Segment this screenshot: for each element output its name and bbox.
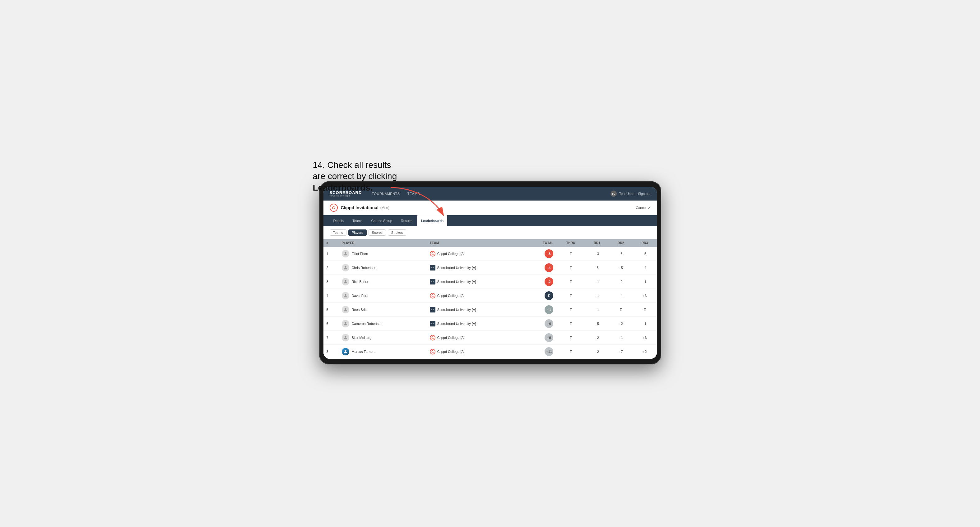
total-badge: +9 [544,333,553,342]
rank-cell: 3 [323,275,339,289]
player-avatar [342,250,349,257]
rd3-cell: -4 [633,261,657,275]
tournament-title: Clippd Invitational [341,205,379,210]
team-logo-clippd: C [430,349,436,354]
instruction-line1: 14. Check all results [313,160,391,170]
rd1-cell: +3 [585,247,609,261]
player-cell: Blair McHarg [339,331,427,345]
col-rd3: RD3 [633,239,657,247]
rd3-cell: +6 [633,331,657,345]
team-logo-scoreboard: SB [430,265,436,270]
player-avatar [342,292,349,299]
total-badge: +6 [544,319,553,328]
player-name: Chris Robertson [352,266,376,270]
col-team: TEAM [427,239,525,247]
logo-sub: Powered by clippd [330,195,362,197]
player-name: Marcus Turners [352,350,375,354]
cancel-button[interactable]: Cancel ✕ [636,206,650,210]
team-logo-clippd: C [430,335,436,340]
player-name: David Ford [352,294,369,298]
total-cell: +11 [525,345,557,359]
tab-teams[interactable]: Teams [348,215,366,226]
col-total: TOTAL [525,239,557,247]
team-name: Scoreboard University [A] [437,280,476,284]
tournament-header: C Clippd Invitational (Men) Cancel ✕ [323,200,657,215]
tab-results[interactable]: Results [397,215,416,226]
rd2-cell: +7 [609,345,633,359]
table-row: 6 Cameron Robertson SB Scoreboard Univer… [323,317,657,331]
team-cell: C Clippd College [A] [427,289,525,303]
player-name: Cameron Robertson [352,322,383,325]
outer-wrapper: 14. Check all results are correct by cli… [319,163,661,364]
player-avatar [342,320,349,327]
team-logo-scoreboard: SB [430,279,436,284]
tournament-subtitle: (Men) [380,206,390,210]
user-avatar: TU [611,190,617,197]
rd3-cell: -1 [633,317,657,331]
thru-cell: F [557,275,585,289]
filter-scores[interactable]: Scores [369,229,386,236]
rd3-cell: +2 [633,345,657,359]
player-avatar [342,264,349,271]
rd2-cell: -6 [609,247,633,261]
tab-details[interactable]: Details [330,215,348,226]
player-avatar [342,278,349,286]
thru-cell: F [557,317,585,331]
svg-point-7 [345,336,346,338]
table-row: 8 Marcus Turners C Clippd College [A] +1… [323,345,657,359]
col-thru: THRU [557,239,585,247]
svg-point-8 [345,350,346,352]
thru-cell: F [557,289,585,303]
tablet-frame: SCOREBOARD Powered by clippd TOURNAMENTS… [319,181,661,364]
rank-cell: 5 [323,303,339,317]
filter-teams[interactable]: Teams [330,229,347,236]
leaderboard-table: # PLAYER TEAM TOTAL THRU RD1 RD2 RD3 1 [323,239,657,359]
tournament-icon: C [330,204,338,212]
table-row: 2 Chris Robertson SB Scoreboard Universi… [323,261,657,275]
table-row: 7 Blair McHarg C Clippd College [A] +9 F… [323,331,657,345]
sub-nav: Details Teams Course Setup Results Leade… [323,215,657,226]
filter-strokes[interactable]: Strokes [388,229,406,236]
player-cell: Elliot Ebert [339,247,427,261]
instruction-line3: Leaderboards. [313,183,373,192]
nav-teams[interactable]: TEAMS [407,190,420,197]
total-badge: E [544,291,553,300]
thru-cell: F [557,331,585,345]
player-cell: Cameron Robertson [339,317,427,331]
player-name: Blair McHarg [352,336,372,340]
tab-course-setup[interactable]: Course Setup [368,215,396,226]
rank-cell: 2 [323,261,339,275]
svg-point-2 [345,266,346,268]
team-cell: SB Scoreboard University [A] [427,317,525,331]
team-logo-clippd: C [430,251,436,257]
instruction-line2: are correct by clicking [313,171,397,181]
thru-cell: F [557,261,585,275]
player-cell: Rees Britt [339,303,427,317]
total-cell: -4 [525,261,557,275]
total-badge: -2 [544,277,553,286]
rd2-cell: +5 [609,261,633,275]
team-cell: SB Scoreboard University [A] [427,303,525,317]
rd1-cell: +1 [585,289,609,303]
rd1-cell: +1 [585,275,609,289]
nav-signout[interactable]: Sign out [638,192,650,195]
table-row: 1 Elliot Ebert C Clippd College [A] -8 F… [323,247,657,261]
total-badge: +1 [544,305,553,314]
rd1-cell: -5 [585,261,609,275]
player-name: Rees Britt [352,308,367,311]
svg-point-3 [345,280,346,282]
thru-cell: F [557,303,585,317]
player-avatar [342,306,349,313]
svg-point-1 [345,252,346,254]
table-header-row: # PLAYER TEAM TOTAL THRU RD1 RD2 RD3 [323,239,657,247]
total-badge: +11 [544,347,553,356]
col-player: PLAYER [339,239,427,247]
tab-leaderboards[interactable]: Leaderboards [417,215,447,226]
filter-players[interactable]: Players [348,229,367,236]
rank-cell: 4 [323,289,339,303]
total-cell: -8 [525,247,557,261]
team-name: Scoreboard University [A] [437,266,476,270]
rd2-cell: -2 [609,275,633,289]
team-logo-clippd: C [430,293,436,298]
player-cell: Marcus Turners [339,345,427,359]
